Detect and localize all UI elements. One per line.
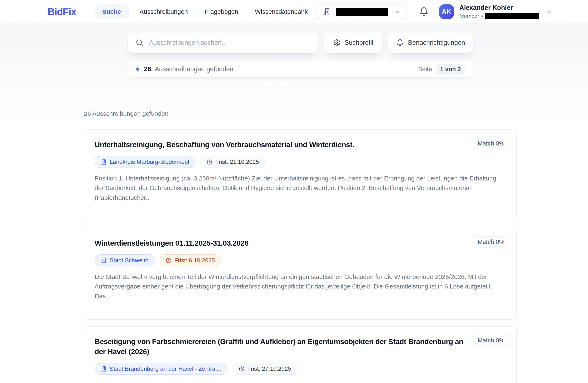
deadline-tag: Frist: 21.10.2025 [200, 156, 265, 168]
search-input[interactable] [149, 39, 311, 46]
user-menu[interactable]: AK Alexander Kohler Member • [439, 4, 553, 19]
redacted-company-name [485, 13, 539, 19]
page-indicator-badge: 1 von 2 [436, 64, 465, 75]
main-nav: Suche Ausschreibungen Fragebögen Wissens… [95, 4, 316, 19]
nav-item-frageboegen[interactable]: Fragebögen [196, 8, 247, 15]
deadline-tag-label: Frist: 6.10.2025 [174, 257, 215, 264]
divider [84, 123, 517, 123]
tender-card[interactable]: Match 0% Unterhaltsreinigung, Beschaffun… [84, 130, 517, 221]
app-header: BidFix Suche Ausschreibungen Fragebögen … [0, 0, 588, 23]
results-heading: 26 Ausschreibungen gefunden [84, 110, 588, 117]
clock-icon [239, 366, 245, 372]
search-toolbar: Suchprofil Benachrichtigungen [127, 32, 473, 53]
tag-row: Landkreis Marburg-Biedenkopf Frist: 21.1… [95, 156, 506, 168]
building-icon [101, 257, 107, 264]
nav-item-suche[interactable]: Suche [95, 4, 129, 19]
results-summary-bar: 26 Ausschreibungen gefunden Seite 1 von … [127, 61, 473, 77]
notifications-label: Benachrichtigungen [408, 39, 465, 46]
bell-icon [396, 39, 404, 46]
tender-title: Winterdienstleistungen 01.11.2025-31.03.… [95, 238, 463, 248]
tender-description: Die Stadt Schwelm vergibt einen Teil der… [95, 272, 497, 301]
clock-icon [166, 257, 172, 264]
user-role: Member [460, 13, 479, 19]
deadline-tag-label: Frist: 27.10.2025 [247, 365, 291, 372]
organization-tag-label: Stadt Brandenburg an der Havel - Zentral… [110, 365, 222, 372]
building-icon [322, 7, 331, 16]
avatar: AK [439, 4, 454, 19]
search-box [127, 32, 318, 53]
role-separator: • [481, 13, 483, 19]
tender-card[interactable]: Match 0% Beseitigung von Farbschmiererei… [84, 326, 517, 383]
header-right-cluster: AK Alexander Kohler Member • [316, 3, 553, 20]
gear-icon [333, 39, 340, 46]
main-content: Suchprofil Benachrichtigungen 26 Ausschr… [0, 23, 588, 383]
organization-tag: Stadt Brandenburg an der Havel - Zentral… [95, 363, 228, 375]
organization-selector[interactable] [316, 3, 407, 20]
app-logo[interactable]: BidFix [47, 6, 76, 18]
status-dot-icon [136, 67, 139, 71]
results-count: 26 [144, 65, 151, 73]
notifications-button[interactable]: Benachrichtigungen [388, 32, 473, 53]
building-icon [101, 159, 107, 165]
results-count-label: Ausschreibungen gefunden [155, 65, 233, 73]
tender-title: Unterhaltsreinigung, Beschaffung von Ver… [95, 140, 463, 150]
search-icon [135, 38, 144, 47]
tender-description: Position 1: Unterhaltsreinigung (ca. 3.2… [95, 173, 497, 203]
redacted-organization-name [336, 8, 388, 16]
organization-tag: Stadt Schwelm [95, 254, 155, 267]
match-badge: Match 0% [473, 138, 509, 149]
chevron-down-icon [395, 9, 401, 15]
deadline-tag: Frist: 27.10.2025 [232, 363, 297, 375]
tag-row: Stadt Schwelm Frist: 6.10.2025 [95, 254, 506, 267]
building-icon [101, 366, 107, 372]
organization-tag-label: Landkreis Marburg-Biedenkopf [110, 159, 189, 165]
nav-item-wissensdatenbank[interactable]: Wissensdatenbank [247, 8, 316, 15]
tender-card[interactable]: Match 0% Winterdienstleistungen 01.11.20… [84, 228, 517, 320]
notifications-bell-icon[interactable] [419, 7, 429, 17]
search-profile-label: Suchprofil [345, 39, 373, 46]
match-badge: Match 0% [473, 236, 509, 248]
clock-icon [207, 159, 212, 165]
page-label: Seite [418, 66, 432, 73]
nav-item-ausschreibungen[interactable]: Ausschreibungen [131, 8, 196, 15]
user-name: Alexander Kohler [460, 4, 539, 11]
search-profile-button[interactable]: Suchprofil [324, 32, 382, 53]
deadline-tag-label: Frist: 21.10.2025 [215, 159, 259, 165]
tender-description: Beseitigung von Farbschmierereien (Graff… [95, 381, 497, 383]
chevron-down-icon [546, 8, 553, 15]
organization-tag: Landkreis Marburg-Biedenkopf [95, 156, 195, 168]
tender-title: Beseitigung von Farbschmierereien (Graff… [95, 337, 463, 357]
organization-tag-label: Stadt Schwelm [110, 257, 148, 264]
tag-row: Stadt Brandenburg an der Havel - Zentral… [95, 363, 506, 375]
user-meta: Alexander Kohler Member • [460, 4, 539, 19]
deadline-tag-urgent: Frist: 6.10.2025 [160, 254, 221, 267]
match-badge: Match 0% [473, 335, 509, 346]
